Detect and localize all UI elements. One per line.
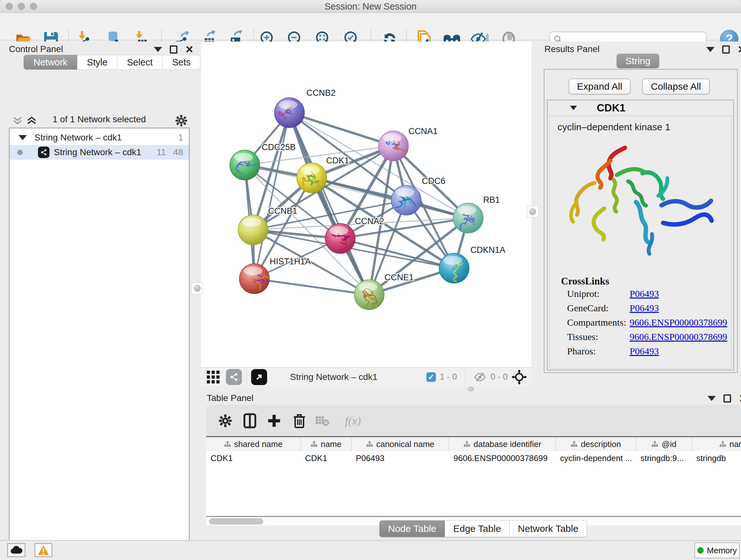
- tab-string[interactable]: String: [616, 54, 659, 68]
- network-node-CDC25B[interactable]: [230, 150, 260, 180]
- function-builder-button[interactable]: f(x): [339, 412, 367, 430]
- gear-icon[interactable]: [175, 114, 188, 127]
- close-panel-icon[interactable]: ✕: [738, 45, 741, 54]
- tab-style[interactable]: Style: [77, 55, 117, 70]
- table-cell[interactable]: CDK1: [206, 451, 300, 465]
- create-column-button[interactable]: [265, 412, 283, 430]
- table-cell[interactable]: stringdb: [692, 451, 741, 465]
- collapse-panel-icon[interactable]: [154, 47, 162, 52]
- network-summary-row: 1 of 1 Network selected: [0, 114, 199, 127]
- column-header[interactable]: namespace: [692, 437, 741, 451]
- network-collection-row[interactable]: String Network – cdk1 1: [10, 130, 189, 145]
- network-selected-summary: 1 of 1 Network selected: [0, 114, 199, 125]
- column-header[interactable]: description: [556, 437, 636, 451]
- table-options-button[interactable]: [216, 412, 234, 430]
- column-header[interactable]: @id: [636, 437, 692, 451]
- crosslink-value-link[interactable]: P06493: [630, 288, 659, 299]
- network-node-RB1[interactable]: [453, 203, 483, 233]
- crosslink-row: GeneCard:P06493: [567, 303, 727, 317]
- left-splitter-handle[interactable]: [192, 283, 203, 294]
- crosslink-row: Tissues:9606.ENSP00000378699: [567, 331, 727, 346]
- tree-expand-icon[interactable]: [18, 135, 27, 140]
- pan-crosshair-icon[interactable]: [512, 369, 527, 385]
- network-collection-label: String Network – cdk1: [35, 132, 122, 143]
- tab-network-table[interactable]: Network Table: [510, 520, 587, 537]
- network-edge-count: 48: [173, 147, 183, 158]
- table-cell[interactable]: stringdb:9...: [636, 451, 692, 465]
- float-panel-icon[interactable]: [722, 45, 730, 54]
- status-bar: Memory: [0, 540, 741, 560]
- collapse-panel-icon[interactable]: [708, 396, 716, 401]
- crosslink-value-link[interactable]: 9606.ENSP00000378699: [630, 331, 727, 342]
- close-panel-icon[interactable]: ✕: [739, 394, 741, 402]
- section-collapse-icon[interactable]: [570, 106, 577, 110]
- column-header[interactable]: name: [300, 437, 351, 451]
- network-share-view-icon[interactable]: [226, 369, 242, 385]
- horizontal-splitter-handle[interactable]: [468, 386, 474, 391]
- network-node-CCNA1[interactable]: [379, 131, 408, 161]
- column-header[interactable]: shared name: [206, 437, 300, 451]
- column-header[interactable]: canonical name: [351, 437, 449, 451]
- control-panel: Control Panel ✕ Network Style Select Set…: [0, 42, 199, 540]
- delete-table-button[interactable]: [313, 412, 331, 430]
- table-cell[interactable]: cyclin-dependent ...: [556, 451, 636, 465]
- network-node-CDC6[interactable]: [391, 185, 421, 215]
- column-type-icon: [224, 441, 231, 447]
- scrollbar-thumb[interactable]: [209, 518, 263, 524]
- crosslink-value-link[interactable]: P06493: [630, 303, 659, 314]
- crosslink-row: Compartments:9606.ENSP00000378699: [567, 317, 727, 331]
- delete-column-button[interactable]: [290, 412, 308, 430]
- column-header[interactable]: database identifier: [449, 437, 556, 451]
- warning-icon: [38, 545, 49, 555]
- network-canvas[interactable]: CCNB2CCNA1CDC25BCDK1CDC6RB1CCNB1CCNA2CDK…: [201, 42, 531, 367]
- network-node-CCNB2[interactable]: [274, 98, 305, 128]
- float-panel-icon[interactable]: [170, 45, 178, 54]
- expand-all-button[interactable]: Expand All: [569, 78, 630, 95]
- node-label-RB1: RB1: [483, 195, 500, 205]
- crosslink-row: Pharos:P06493: [567, 346, 727, 360]
- tab-node-table[interactable]: Node Table: [380, 520, 445, 537]
- network-graph[interactable]: CCNB2CCNA1CDC25BCDK1CDC6RB1CCNB1CCNA2CDK…: [201, 42, 531, 367]
- birds-eye-view-icon[interactable]: [251, 369, 267, 385]
- crosslink-label: Tissues:: [567, 331, 598, 342]
- tab-sets[interactable]: Sets: [162, 55, 200, 70]
- table-row[interactable]: CDK1CDK1P064939606.ENSP00000378699cyclin…: [206, 451, 741, 465]
- crosslink-value-link[interactable]: 9606.ENSP00000378699: [630, 317, 727, 328]
- crosslink-label: Compartments:: [567, 317, 626, 327]
- gene-section: CDK1 cyclin–dependent kinase 1: [547, 100, 734, 370]
- grid-view-icon[interactable]: [206, 370, 220, 384]
- control-panel-title: Control Panel: [9, 44, 63, 54]
- network-tree: String Network – cdk1 1 String Network –…: [9, 128, 190, 560]
- network-node-CDKN1A[interactable]: [439, 253, 469, 283]
- node-label-CCNB2: CCNB2: [307, 88, 336, 98]
- tab-network[interactable]: Network: [23, 55, 77, 70]
- float-panel-icon[interactable]: [724, 394, 731, 402]
- close-panel-icon[interactable]: ✕: [185, 45, 194, 54]
- network-node-CCNE1[interactable]: [354, 280, 384, 310]
- gene-section-header[interactable]: CDK1: [548, 100, 733, 116]
- crosslinks-heading: CrossLinks: [561, 275, 609, 287]
- hidden-count-eye-icon: [474, 372, 487, 382]
- network-node-HIST1H1A[interactable]: [239, 264, 269, 294]
- crosslink-value-link[interactable]: P06493: [630, 346, 659, 357]
- table-cell[interactable]: 9606.ENSP00000378699: [449, 451, 556, 465]
- network-row[interactable]: String Network – cdk1 11 48: [10, 145, 189, 160]
- warnings-button[interactable]: [35, 543, 52, 557]
- network-node-CCNB1[interactable]: [238, 215, 268, 245]
- collapse-panel-icon[interactable]: [706, 47, 715, 52]
- node-table[interactable]: shared namenamecanonical namedatabase id…: [206, 436, 741, 516]
- table-cell[interactable]: CDK1: [300, 451, 351, 465]
- memory-button[interactable]: Memory: [694, 543, 740, 558]
- table-cell[interactable]: P06493: [351, 451, 449, 465]
- network-node-CCNA2[interactable]: [325, 224, 355, 253]
- network-node-CDK1[interactable]: [297, 163, 327, 193]
- app-window: Session: New Session: [0, 0, 741, 560]
- cloud-status-button[interactable]: [7, 543, 25, 557]
- tab-select[interactable]: Select: [118, 55, 163, 70]
- collapse-all-button[interactable]: Collapse All: [642, 78, 710, 95]
- node-label-CDKN1A: CDKN1A: [470, 245, 506, 255]
- window-title: Session: New Session: [0, 0, 741, 13]
- tab-edge-table[interactable]: Edge Table: [445, 520, 510, 537]
- right-splitter-handle[interactable]: [527, 206, 538, 217]
- show-columns-button[interactable]: [241, 412, 259, 430]
